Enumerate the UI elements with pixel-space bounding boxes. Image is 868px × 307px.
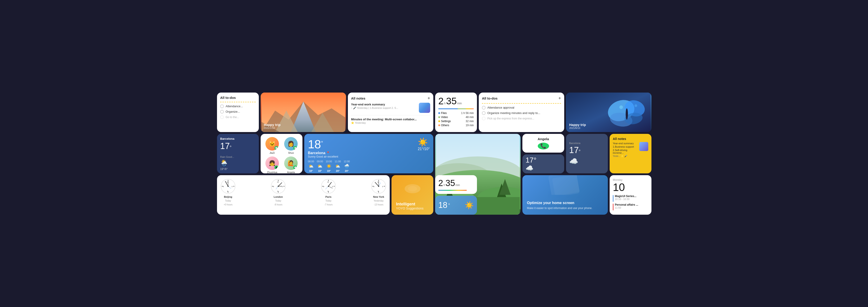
mountain-photo-title: Happy trip — [264, 123, 281, 127]
others-dot — [438, 124, 440, 126]
contact-shuo[interactable]: 👩 💬 Shuo — [283, 137, 300, 154]
todo-text-2: Organize... — [225, 110, 240, 113]
location-pin-icon: 📍 — [326, 151, 330, 155]
clock-city-beijing: Beijing — [224, 196, 232, 198]
big-weather-desc: Sunny Good air excellent — [308, 155, 338, 158]
stats-files-val: 1 h 56 min — [461, 111, 474, 115]
contact-avatar-angela: 🙋 💬 — [284, 157, 298, 170]
weather2-temp-display: 17° — [569, 145, 581, 155]
clock-city-newyork: New York — [373, 196, 384, 198]
todo-text-5: Organize meeting minutes and reply to... — [487, 111, 540, 115]
stats-files-label: Files — [438, 111, 447, 115]
weather3-temp: 17° — [526, 156, 561, 164]
yoyo-subtitle: YOYO Suggestions — [396, 207, 429, 210]
todo-checkbox-1[interactable] — [220, 104, 224, 108]
stats-video-val: 48 min — [466, 115, 474, 119]
svg-point-13 — [634, 104, 637, 107]
clock-sub2-paris: -7 hours — [324, 203, 333, 206]
phone-call-icon[interactable]: 📞 — [538, 143, 549, 150]
todo-text-1: Attendance... — [225, 104, 243, 108]
note-thumbnail-1 — [419, 103, 430, 113]
notes-small-thumb — [639, 142, 648, 151]
bw-hour-time-0800: 08:00 — [308, 160, 314, 163]
contact-name-angela: Angela — [287, 171, 295, 173]
notes-plus-button[interactable]: + — [428, 96, 430, 101]
bw-hour-time-1100: 11:00 — [335, 160, 341, 163]
cal-event-time-1: 10:10 - 10:30 — [615, 198, 636, 200]
svg-point-45 — [278, 185, 279, 187]
todo-item-1[interactable]: Attendance... — [220, 104, 256, 108]
yoyo-title: Intelligent — [396, 202, 429, 207]
note-item-1[interactable]: Year-end work summary ↑ 🎤 Yesterday | 1.… — [351, 103, 430, 115]
timer-time-2: 2 h 35 min — [438, 178, 474, 188]
stats-settings-val: 32 min — [466, 120, 474, 123]
todo-item-2[interactable]: Organize... — [220, 110, 256, 113]
notes-small-meta: Yeste... ⭐ 🎤 — [613, 155, 648, 157]
calendar-event-1[interactable]: MagicUI Series... 10:10 - 10:30 — [613, 195, 648, 202]
big-weather-range: 21°/10° — [418, 147, 430, 151]
svg-text:12: 12 — [277, 181, 279, 183]
svg-text:6: 6 — [378, 190, 379, 192]
home-optimize-bg-svg — [522, 175, 608, 195]
cal-event-time-2: 11:50 — [615, 206, 638, 209]
shuo-wechat-badge: 💬 — [293, 146, 297, 150]
timer-small-widget-2: 2 h 35 min — [435, 175, 477, 194]
todo-checkbox-4[interactable] — [482, 106, 486, 109]
svg-point-32 — [227, 185, 228, 187]
bw-hour-temp-0800: 18° — [308, 170, 314, 172]
big-weather-city: Barcelona — [308, 151, 325, 155]
contact-angela[interactable]: 🙋 💬 Angela — [283, 157, 300, 173]
weather-range: 19°/8° — [220, 168, 256, 171]
svg-point-77 — [408, 186, 417, 192]
note-item-2[interactable]: Minutes of the meeting: Multi-screen col… — [351, 117, 430, 127]
todo-text-3: Go to the... — [225, 115, 239, 119]
todo-item-4[interactable]: Attendance approval — [482, 106, 561, 109]
bw-hour-temp-1100: 20° — [335, 170, 341, 172]
stats-mins: 35 — [446, 96, 457, 107]
clock-london: 12 3 6 9 London Today -8 hours — [270, 178, 286, 206]
todo-checkbox-3 — [220, 115, 224, 119]
contact-name-shuo: Shuo — [288, 151, 294, 154]
stats-row-settings: Settings 32 min — [438, 120, 474, 123]
home-optimize-widget: Optimize your home screen Make it easier… — [522, 175, 608, 215]
contact-zhuohua[interactable]: 👧 📱 ZhuoHua — [264, 157, 281, 173]
big-weather-left: 18 ° Barcelona 📍 Sunny Good air excellen… — [308, 137, 338, 158]
todo-checkbox-5[interactable] — [482, 111, 486, 115]
svg-point-71 — [378, 185, 379, 187]
home-optimize-title: Optimize your home screen — [527, 201, 603, 205]
todo-text-4: Attendance approval — [487, 106, 514, 109]
svg-point-12 — [619, 105, 623, 109]
bw-hour-time-1200: 12:00 — [344, 160, 350, 163]
svg-rect-79 — [552, 175, 580, 195]
weather-small2-widget: Barcelona 17° ☁️ — [566, 134, 608, 173]
todo-checkbox-2[interactable] — [220, 110, 224, 113]
cal-event-bar-1 — [613, 195, 614, 202]
todo-plus-2[interactable]: + — [558, 96, 561, 101]
clock-face-paris: 12 3 6 9 — [320, 178, 336, 194]
clock-sub2-newyork: -13 hours — [374, 203, 383, 206]
svg-text:3: 3 — [232, 185, 232, 187]
bw-hour-icon-0900: ⛅ — [317, 164, 323, 169]
timer-h-label-2: h — [443, 183, 445, 187]
bw-hour-time-0900: 09:00 — [317, 160, 323, 163]
todo-item-5[interactable]: Organize meeting minutes and reply to... — [482, 111, 561, 115]
stats-min-label: min — [457, 102, 462, 105]
cal-event-details-2: Personal affairs ... 11:50 — [615, 203, 638, 209]
weather-city: Barcelona — [220, 137, 256, 140]
contact-jiazi[interactable]: 🐱 💬 JiaZi — [264, 137, 281, 154]
calendar-event-2[interactable]: Personal affairs ... 11:50 — [613, 203, 648, 210]
contact-avatar-shuo: 👩 💬 — [284, 137, 298, 150]
col8-row2-container: Angela 📞 17° ☁️ — [522, 134, 564, 173]
big-weather-widget: 18 ° Barcelona 📍 Sunny Good air excellen… — [304, 134, 433, 173]
contacts-widget: 🐱 💬 JiaZi 👩 💬 Shuo 👧 📱 ZhuoHua — [260, 134, 303, 173]
stats-bar-files — [438, 108, 458, 109]
stats-h-label: h — [444, 102, 445, 105]
stats-progress-bar — [438, 108, 474, 109]
todo-dashes — [220, 102, 256, 102]
big-weather-temp-row: 18 ° — [308, 137, 338, 151]
clock-sub2-beijing: +0 hours — [223, 203, 232, 206]
files-dot — [438, 112, 440, 114]
svg-text:3: 3 — [282, 185, 283, 187]
w18-degree-2: ° — [448, 203, 450, 207]
weather-degree-symbol: ° — [230, 145, 231, 150]
